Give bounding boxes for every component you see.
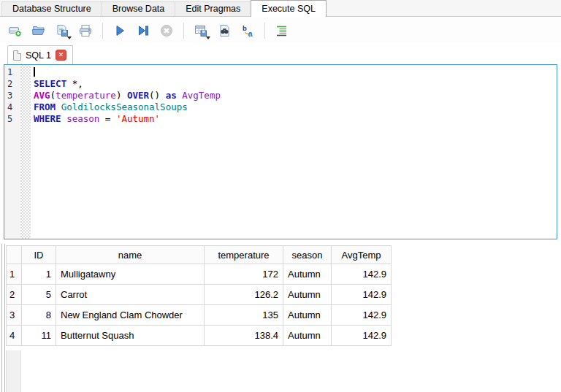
open-sql-file-button[interactable] — [28, 20, 50, 41]
result-row: 38New England Clam Chowder135Autumn142.9 — [7, 305, 392, 326]
find-icon — [217, 23, 232, 38]
results-panel: IDnametemperatureseasonAvgTemp 11Mulliga… — [0, 244, 561, 392]
row-header-strip — [6, 350, 21, 392]
row-number-header[interactable]: 1 — [7, 264, 22, 285]
result-cell[interactable]: 1 — [22, 264, 56, 285]
editor-fold-margin[interactable] — [20, 65, 31, 239]
sql-document-tab[interactable]: SQL 1 ✕ — [7, 45, 73, 64]
find-replace-button[interactable]: b a — [237, 20, 259, 41]
svg-text:b: b — [243, 23, 247, 31]
execute-current-line-button[interactable] — [132, 20, 154, 41]
tab-execute-sql[interactable]: Execute SQL — [251, 0, 327, 17]
result-cell[interactable]: New England Clam Chowder — [56, 305, 205, 326]
results-body: 11Mulligatawny172Autumn142.925Carrot126.… — [7, 264, 392, 346]
result-cell[interactable]: Autumn — [283, 285, 332, 305]
print-icon — [78, 23, 93, 38]
column-header[interactable]: name — [56, 246, 205, 264]
column-header[interactable]: temperature — [205, 246, 283, 264]
result-cell[interactable]: 126.2 — [205, 285, 283, 305]
main-tab-bar: Database Structure Browse Data Edit Prag… — [0, 0, 561, 17]
result-cell[interactable]: Carrot — [56, 285, 205, 305]
column-header[interactable]: ID — [22, 246, 56, 264]
results-table: IDnametemperatureseasonAvgTemp 11Mulliga… — [6, 245, 392, 346]
open-sql-tab-button[interactable] — [4, 20, 26, 41]
execute-all-button[interactable] — [109, 20, 131, 41]
sql-tab-label: SQL 1 — [26, 50, 51, 61]
stop-icon — [159, 23, 174, 38]
code-line[interactable] — [34, 66, 557, 78]
execute-sql-toolbar: b a — [0, 18, 561, 43]
save-results-button[interactable] — [190, 20, 212, 41]
toolbar-separator — [102, 23, 103, 39]
tab-database-structure[interactable]: Database Structure — [1, 1, 102, 16]
panel-edge-divider — [1, 244, 5, 392]
save-sql-dropdown-arrow-icon[interactable] — [67, 36, 72, 39]
result-cell[interactable]: 8 — [22, 305, 56, 326]
format-sql-icon — [275, 23, 289, 38]
svg-text:a: a — [248, 28, 253, 37]
find-button[interactable] — [213, 20, 235, 41]
editor-gutter: 12345 — [4, 65, 20, 239]
line-number[interactable]: 5 — [4, 113, 20, 125]
text-cursor — [34, 67, 35, 77]
save-sql-file-icon — [55, 23, 69, 38]
sql-document-tab-bar: SQL 1 ✕ — [4, 45, 560, 64]
sql-editor[interactable]: 12345 SELECT *,AVG(temperature) OVER() a… — [4, 64, 557, 239]
execute-all-icon — [112, 23, 127, 38]
row-number-header[interactable]: 3 — [7, 305, 22, 326]
result-cell[interactable]: 142.9 — [332, 285, 392, 305]
code-line[interactable]: WHERE season = 'Autumn' — [34, 113, 557, 125]
stop-button[interactable] — [156, 20, 178, 41]
toolbar-separator — [183, 23, 184, 39]
execute-current-line-icon — [136, 23, 150, 38]
result-cell[interactable]: Autumn — [283, 326, 332, 346]
save-results-dropdown-arrow-icon[interactable] — [206, 36, 210, 39]
result-row: 11Mulligatawny172Autumn142.9 — [7, 264, 392, 285]
open-sql-tab-icon — [8, 23, 23, 38]
result-cell[interactable]: 172 — [205, 264, 283, 285]
editor-code[interactable]: SELECT *,AVG(temperature) OVER() as AvgT… — [31, 65, 557, 239]
code-line[interactable]: FROM GoldilocksSeasonalSoups — [34, 101, 557, 113]
tab-browse-data[interactable]: Browse Data — [102, 1, 176, 16]
tab-edit-pragmas[interactable]: Edit Pragmas — [175, 1, 251, 16]
db-browser-window: Database Structure Browse Data Edit Prag… — [0, 0, 561, 392]
result-row: 25Carrot126.2Autumn142.9 — [7, 285, 392, 305]
open-sql-file-icon — [31, 23, 46, 38]
corner-header-cell[interactable] — [7, 246, 22, 264]
format-sql-button[interactable] — [271, 20, 293, 41]
result-cell[interactable]: Butternut Squash — [56, 326, 205, 346]
toolbar-separator — [264, 23, 265, 39]
column-header[interactable]: AvgTemp — [332, 246, 392, 264]
line-number[interactable]: 2 — [4, 78, 20, 90]
document-icon — [13, 50, 21, 61]
result-row: 411Butternut Squash138.4Autumn142.9 — [7, 326, 392, 346]
print-button[interactable] — [75, 20, 96, 41]
line-number[interactable]: 1 — [4, 66, 20, 78]
column-header[interactable]: season — [283, 246, 332, 264]
result-cell[interactable]: 142.9 — [332, 326, 392, 346]
result-cell[interactable]: Mulligatawny — [56, 264, 205, 285]
save-sql-file-button[interactable] — [51, 20, 73, 41]
result-cell[interactable]: 138.4 — [205, 326, 283, 346]
result-cell[interactable]: 135 — [205, 305, 283, 326]
find-replace-icon: b a — [240, 23, 255, 38]
result-cell[interactable]: 5 — [22, 285, 56, 305]
row-number-header[interactable]: 2 — [7, 285, 22, 305]
code-line[interactable]: SELECT *, — [34, 78, 557, 90]
result-cell[interactable]: 142.9 — [332, 305, 392, 326]
result-cell[interactable]: Autumn — [283, 264, 332, 285]
result-cell[interactable]: Autumn — [283, 305, 332, 326]
line-number[interactable]: 4 — [4, 101, 20, 113]
line-number[interactable]: 3 — [4, 90, 20, 101]
result-cell[interactable]: 142.9 — [332, 264, 392, 285]
result-cell[interactable]: 11 — [22, 326, 56, 346]
code-line[interactable]: AVG(temperature) OVER() as AvgTemp — [34, 90, 557, 101]
results-header-row: IDnametemperatureseasonAvgTemp — [7, 246, 392, 264]
row-number-header[interactable]: 4 — [7, 326, 22, 346]
close-tab-icon[interactable]: ✕ — [56, 50, 66, 61]
save-results-icon — [194, 23, 208, 38]
